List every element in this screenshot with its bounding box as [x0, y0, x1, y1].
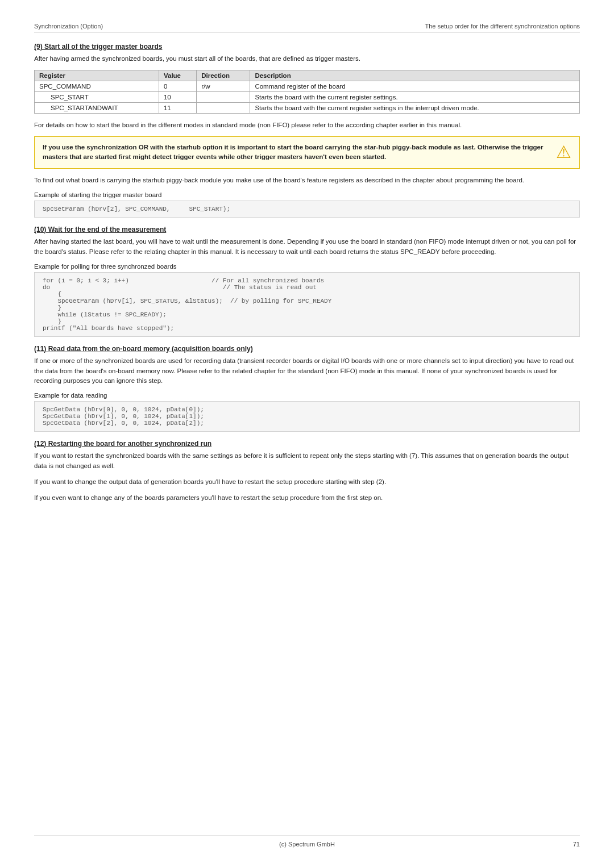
section-9-example-label: Example of starting the trigger master b… [34, 191, 580, 198]
col-description: Description [250, 70, 580, 81]
section-12-body1: If you want to restart the synchronized … [34, 451, 580, 471]
footer-page-number: 71 [573, 841, 580, 848]
table-row: SPC_START 10 Starts the board with the c… [35, 91, 580, 102]
reg-name: SPC_START [35, 91, 159, 102]
warning-box: If you use the synchronization OR with t… [34, 136, 580, 169]
section-10-code: for (i = 0; i < 3; i++) // For all synch… [34, 272, 580, 337]
section-10: (10) Wait for the end of the measurement… [34, 226, 580, 337]
table-row: SPC_STARTANDWAIT 11 Starts the board wit… [35, 102, 580, 113]
section-11: (11) Read data from the on-board memory … [34, 345, 580, 432]
section-12-title: (12) Restarting the board for another sy… [34, 440, 580, 448]
page-header: Synchronization (Option) The setup order… [34, 23, 580, 32]
section-10-example-label: Example for polling for three synchronze… [34, 263, 580, 270]
page-footer: (c) Spectrum GmbH 71 [34, 836, 580, 848]
reg-direction [197, 91, 250, 102]
table-row: SPC_COMMAND 0 r/w Command register of th… [35, 81, 580, 91]
col-value: Value [159, 70, 196, 81]
warning-text: If you use the synchronization OR with t… [43, 143, 548, 163]
section-10-intro: After having started the last board, you… [34, 237, 580, 257]
section-12-body3: If you even want to change any of the bo… [34, 493, 580, 503]
section-9-body2: To find out what board is carrying the s… [34, 176, 580, 186]
reg-value: 10 [159, 91, 196, 102]
reg-description: Starts the board with the current regist… [250, 91, 580, 102]
section-11-code: SpcGetData (hDrv[0], 0, 0, 1024, pData[0… [34, 401, 580, 432]
section-10-title: (10) Wait for the end of the measurement [34, 226, 580, 233]
reg-name: SPC_STARTANDWAIT [35, 102, 159, 113]
section-11-example-label: Example for data reading [34, 392, 580, 399]
col-register: Register [35, 70, 159, 81]
warning-icon: ⚠ [556, 143, 571, 161]
reg-direction: r/w [197, 81, 250, 91]
section-12: (12) Restarting the board for another sy… [34, 440, 580, 503]
footer-center: (c) Spectrum GmbH [34, 841, 580, 848]
section-9-intro: After having armed the synchronized boar… [34, 54, 580, 64]
section-9-code: SpcSetParam (hDrv[2], SPC_COMMAND, SPC_S… [34, 201, 580, 218]
reg-name: SPC_COMMAND [35, 81, 159, 91]
col-direction: Direction [197, 70, 250, 81]
reg-description: Starts the board with the current regist… [250, 102, 580, 113]
reg-direction [197, 102, 250, 113]
section-9: (9) Start all of the trigger master boar… [34, 43, 580, 218]
reg-description: Command register of the board [250, 81, 580, 91]
section-9-title: (9) Start all of the trigger master boar… [34, 43, 580, 51]
reg-value: 11 [159, 102, 196, 113]
reg-value: 0 [159, 81, 196, 91]
header-right: The setup order for the different synchr… [425, 23, 580, 30]
register-table: Register Value Direction Description SPC… [34, 70, 580, 114]
section-12-body2: If you want to change the output data of… [34, 477, 580, 487]
header-left: Synchronization (Option) [34, 23, 103, 30]
section-9-body1: For details on how to start the board in… [34, 120, 580, 131]
section-11-intro: If one or more of the synchronized board… [34, 356, 580, 386]
section-11-title: (11) Read data from the on-board memory … [34, 345, 580, 353]
